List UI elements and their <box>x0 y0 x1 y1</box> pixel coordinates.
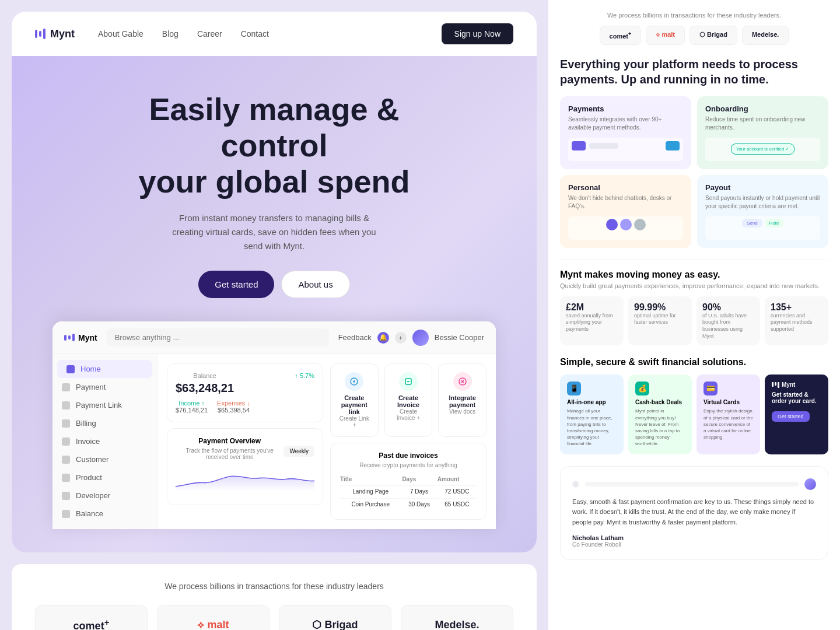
payment-overview-card: Payment Overview Track the flow of payme… <box>167 428 323 505</box>
dash-search-input[interactable] <box>107 328 329 346</box>
right-logo-medelse: Medelse. <box>742 26 789 45</box>
logo[interactable]: Mynt <box>35 28 75 40</box>
dash-nav-invoice[interactable]: Invoice <box>52 432 157 450</box>
platform-section: Everything your platform needs to proces… <box>560 57 828 248</box>
dash-logo: Mynt <box>64 333 97 342</box>
moving-money-section: Mynt makes moving money as easy. Quickly… <box>560 260 828 346</box>
main-card: Mynt About Gable Blog Career Contact Sig… <box>12 12 537 552</box>
virtual-icon: 💳 <box>704 382 718 396</box>
partner-medelse: Medelse. <box>401 605 513 630</box>
balance-icon <box>62 510 70 518</box>
invoice-title: Past due invoices <box>339 452 478 460</box>
logo-bar-2 <box>39 31 41 37</box>
solution-getstarted-title: Get started & order your card. <box>772 391 821 404</box>
right-logo-malt: ⟡ malt <box>646 26 685 45</box>
solution-allinone: 📱 All-in-one app Manage all your finance… <box>560 374 624 454</box>
nav-blog[interactable]: Blog <box>162 29 178 38</box>
nav-contact[interactable]: Contact <box>241 29 269 38</box>
partner-comet: comet+ <box>35 605 148 630</box>
stat-90: 90% of U.S. adults have bought from busi… <box>696 296 760 346</box>
stat-135-desc: currencies and payment methods supported <box>771 313 822 333</box>
weekly-button[interactable]: Weekly <box>284 446 314 457</box>
balance-card: Balance $63,248,21 ↑ 5.7% Inco <box>167 363 323 422</box>
feedback-label[interactable]: Feedback <box>338 333 372 342</box>
navbar: Mynt About Gable Blog Career Contact Sig… <box>12 12 537 56</box>
expense-value: $65,398,54 <box>217 407 250 414</box>
invoice-row-1: Landing Page 7 Days 72 USDC <box>340 485 477 497</box>
user-avatar[interactable] <box>412 330 429 346</box>
dash-right-col: Create payment link Create Link + Create… <box>330 363 487 520</box>
action-invoice-sub[interactable]: Create Invoice + <box>393 408 424 421</box>
payment-icon-small <box>572 481 579 488</box>
right-logo-comet: comet+ <box>600 26 642 45</box>
dash-nav-payment-link[interactable]: Payment Link <box>52 396 157 414</box>
feature-onboarding-visual: Your account is verified ✓ <box>705 138 820 161</box>
notification-icon[interactable]: 🔔 <box>377 332 389 344</box>
payment-chart <box>176 465 314 494</box>
feature-payout: Payout Send payouts instantly or hold pa… <box>697 175 828 248</box>
dash-nav-product[interactable]: Product <box>52 468 157 487</box>
dash-nav-payment[interactable]: Payment <box>52 378 157 396</box>
add-icon[interactable]: + <box>395 332 407 344</box>
dash-header: Mynt Feedback 🔔 + Bessie Cooper <box>52 321 496 354</box>
payment-link-icon <box>62 401 70 410</box>
logo-bar-1 <box>35 30 37 38</box>
right-section: We process billions in transactions for … <box>548 0 840 630</box>
stat-uptime-num: 99.99% <box>634 302 686 313</box>
billing-icon <box>62 419 70 428</box>
invoice-card: Past due invoices Receive crypto payment… <box>330 443 487 520</box>
action-payment-link-sub[interactable]: Create Link + <box>339 415 370 428</box>
partners-section: We process billions in transactions for … <box>12 564 537 630</box>
solution-cashback: 💰 Cash-back Deals Mynt points in everyth… <box>628 374 692 454</box>
balance-label: Balance <box>176 372 234 379</box>
dash-nav-home[interactable]: Home <box>57 360 152 378</box>
overview-title: Payment Overview <box>176 437 284 445</box>
stats-grid: £2M saved annually from simplifying your… <box>560 296 828 346</box>
solution-getstarted-button[interactable]: Get started <box>772 411 810 422</box>
dash-bar-1 <box>64 335 66 341</box>
dash-nav-balance[interactable]: Balance <box>52 505 157 523</box>
dash-mini-logo: Mynt <box>772 382 821 388</box>
dash-logo-icon <box>64 334 75 341</box>
cashback-icon: 💰 <box>635 382 649 396</box>
stat-uptime: 99.99% optimal uptime for faster service… <box>628 296 692 346</box>
dash-nav-developer[interactable]: Developer <box>52 487 157 505</box>
nav-career[interactable]: Career <box>197 29 222 38</box>
testimonial-section: Easy, smooth & fast payment confirmation… <box>560 466 828 561</box>
allinone-icon: 📱 <box>567 382 581 396</box>
customer-icon <box>62 456 70 464</box>
feature-payments-visual <box>568 138 683 161</box>
invoice-sub: Receive crypto payments for anything <box>339 462 478 468</box>
quick-actions: Create payment link Create Link + Create… <box>330 363 487 437</box>
action-payment-link: Create payment link Create Link + <box>330 363 379 437</box>
dash-nav-customer[interactable]: Customer <box>52 450 157 468</box>
partner-brigad: ⬡ Brigad <box>279 605 391 630</box>
hero-buttons: Get started About us <box>35 271 513 298</box>
get-started-button[interactable]: Get started <box>198 271 274 298</box>
stat-90-num: 90% <box>702 302 754 313</box>
signup-button[interactable]: Sign up Now <box>442 23 513 44</box>
income-label: Income ↑ <box>176 400 208 407</box>
nav-about-gable[interactable]: About Gable <box>98 29 144 38</box>
stat-2m: £2M saved annually from simplifying your… <box>560 296 624 346</box>
testimonial-role: Co Founder Roboll <box>572 541 816 548</box>
invoice-icon <box>62 438 70 446</box>
moving-money-title: Mynt makes moving money as easy. <box>560 270 828 280</box>
action-integrate-title: Integrate payment <box>447 394 478 408</box>
action-invoice: Create Invoice Create Invoice + <box>384 363 433 437</box>
partner-comet-logo: comet+ <box>74 617 110 630</box>
testimonial-text: Easy, smooth & fast payment confirmation… <box>572 497 816 528</box>
feature-personal-desc: We don't hide behind chatbots, desks or … <box>568 194 683 211</box>
action-integrate-sub[interactable]: View docs <box>447 408 478 415</box>
solution-cashback-desc: Mynt points in everything you buy! Never… <box>635 408 685 447</box>
invoice-row-2: Coin Purchase 30 Days 65 USDC <box>340 498 477 510</box>
balance-amount: $63,248,21 <box>176 382 234 395</box>
feature-personal-visual <box>568 216 683 240</box>
dash-right: Feedback 🔔 + Bessie Cooper <box>338 330 484 346</box>
about-us-button[interactable]: About us <box>281 271 349 298</box>
payment-icon <box>62 383 70 391</box>
solutions-cards: 📱 All-in-one app Manage all your finance… <box>560 374 828 454</box>
feature-payments-title: Payments <box>568 104 683 113</box>
dash-nav-billing[interactable]: Billing <box>52 414 157 432</box>
stat-uptime-desc: optimal uptime for faster services <box>634 313 686 326</box>
